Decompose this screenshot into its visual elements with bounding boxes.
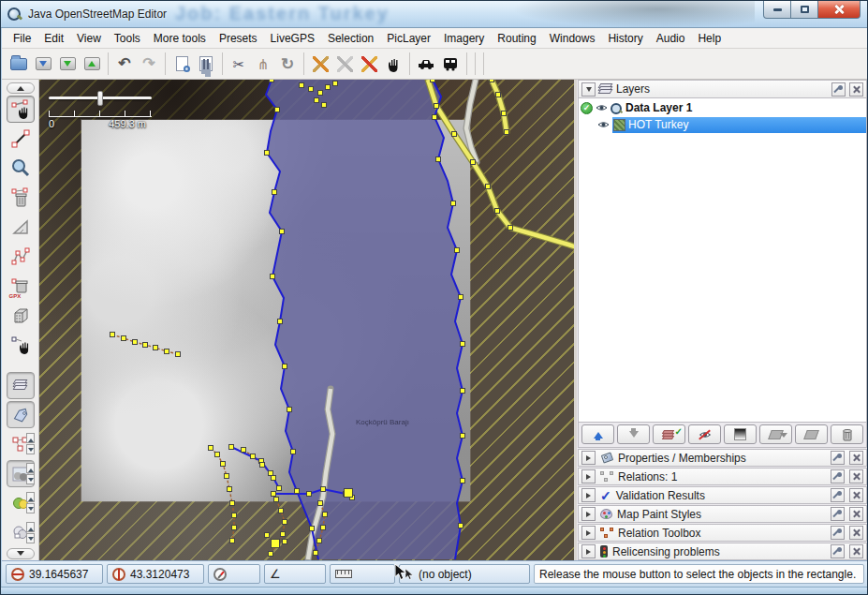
map-node[interactable] [281, 532, 286, 537]
menu-edit[interactable]: Edit [37, 29, 70, 48]
properties-close-button[interactable] [849, 451, 863, 465]
map-node[interactable] [176, 352, 181, 357]
map-node[interactable] [269, 471, 273, 476]
menu-tools[interactable]: Tools [108, 29, 147, 48]
relation-toolbox-toggle-button[interactable] [7, 519, 35, 546]
split-way-button[interactable]: ✂ [227, 52, 251, 76]
external-tool-2-button[interactable] [332, 52, 357, 76]
menu-presets[interactable]: Presets [213, 29, 264, 48]
map-node[interactable] [318, 91, 323, 96]
mappaint-panel-header[interactable]: Map Paint Styles [578, 505, 867, 523]
tags-toggle-button[interactable] [7, 401, 35, 428]
map-node[interactable] [436, 157, 441, 162]
menu-audio[interactable]: Audio [650, 29, 692, 48]
tools-scroll-down-button[interactable] [7, 548, 35, 559]
map-node[interactable] [221, 462, 226, 467]
relicensing-panel-header[interactable]: Relicensing problems [578, 543, 867, 560]
menu-more-tools[interactable]: More tools [147, 29, 213, 48]
draw-tool-button[interactable] [7, 125, 35, 152]
map-node[interactable] [274, 498, 279, 502]
relations-close-button[interactable] [849, 469, 863, 483]
layer-row-hot-turkey[interactable]: HOT Turkey [579, 116, 866, 133]
map-node[interactable] [272, 476, 276, 481]
move-layer-up-button[interactable] [581, 424, 614, 444]
relation-toolbox-pin-button[interactable] [831, 526, 845, 540]
close-button[interactable] [818, 1, 861, 19]
map-node[interactable] [260, 463, 265, 468]
menu-routing[interactable]: Routing [491, 29, 542, 48]
map-node[interactable] [272, 540, 280, 548]
map-node[interactable] [495, 209, 500, 214]
map-node[interactable] [455, 248, 460, 253]
map-node[interactable] [269, 552, 273, 557]
relicensing-close-button[interactable] [849, 544, 863, 558]
external-tool-3-button[interactable] [357, 52, 381, 76]
map-node[interactable] [505, 130, 509, 135]
layers-collapse-button[interactable] [581, 82, 596, 97]
relicensing-expand-button[interactable] [581, 544, 596, 558]
map-node[interactable] [270, 80, 274, 82]
map-node[interactable] [317, 539, 322, 543]
external-tool-1-button[interactable] [308, 52, 332, 76]
layers-pin-button[interactable] [831, 82, 846, 97]
map-node[interactable] [314, 551, 318, 556]
improve-accuracy-tool-button[interactable] [7, 243, 35, 270]
map-node[interactable] [461, 342, 465, 347]
move-layer-down-button[interactable] [617, 424, 650, 444]
map-node[interactable] [277, 486, 282, 491]
update-data-button[interactable]: ↻ [275, 52, 300, 76]
title-bar[interactable]: Job: Eastern Turkey Java OpenStreetMap E… [1, 1, 867, 28]
relations-pin-button[interactable] [831, 469, 845, 483]
extrude-tool-button[interactable] [7, 331, 35, 358]
map-node[interactable] [228, 487, 232, 492]
properties-panel-header[interactable]: Properties / Memberships [578, 449, 867, 467]
save-button[interactable] [31, 52, 55, 76]
map-node[interactable] [275, 108, 280, 112]
map-node[interactable] [143, 343, 148, 348]
map-node[interactable] [431, 80, 435, 82]
map-node[interactable] [280, 230, 285, 234]
map-node[interactable] [461, 479, 465, 483]
tools-scroll-up-button[interactable] [7, 82, 35, 94]
map-node[interactable] [229, 445, 234, 450]
select-tool-button[interactable] [7, 96, 35, 123]
validation-toggle-button[interactable] [7, 460, 35, 487]
relation-toolbox-panel-header[interactable]: Relation Toolbox [578, 524, 867, 542]
validation-close-button[interactable] [849, 488, 863, 502]
delete-layer-button[interactable] [831, 424, 863, 444]
map-zoom-slider[interactable] [49, 91, 152, 106]
panel-spinner[interactable] [26, 492, 35, 513]
undo-button[interactable]: ↶ [112, 52, 137, 76]
selected-layer-highlight[interactable]: HOT Turkey [612, 117, 866, 133]
map-node[interactable] [295, 489, 300, 494]
map-node[interactable] [315, 98, 319, 103]
map-node[interactable] [496, 93, 501, 97]
combine-way-button[interactable]: ⋔ [251, 52, 275, 76]
map-node[interactable] [265, 533, 270, 538]
properties-expand-button[interactable] [581, 451, 596, 465]
relation-toolbox-expand-button[interactable] [581, 526, 596, 540]
zoom-tool-button[interactable] [7, 155, 35, 182]
menu-view[interactable]: View [70, 29, 108, 48]
menu-history[interactable]: History [601, 29, 649, 48]
map-node[interactable] [318, 501, 323, 506]
redo-button[interactable]: ↷ [137, 52, 161, 76]
map-node[interactable] [321, 526, 326, 530]
map-node[interactable] [459, 295, 463, 300]
map-node[interactable] [165, 350, 169, 354]
map-node[interactable] [323, 513, 328, 517]
validation-panel-header[interactable]: ✓ Validation Results [578, 486, 867, 504]
menu-piclayer[interactable]: PicLayer [380, 29, 437, 48]
menu-livegps[interactable]: LiveGPS [264, 29, 321, 48]
map-node[interactable] [225, 474, 229, 479]
panel-spinner[interactable] [26, 463, 35, 484]
bus-navigation-button[interactable] [438, 52, 463, 76]
open-button[interactable] [7, 52, 31, 76]
merge-layer-button[interactable] [795, 424, 828, 444]
map-node[interactable] [300, 83, 304, 88]
relation-toolbox-close-button[interactable] [849, 526, 863, 540]
layers-close-button[interactable] [849, 82, 863, 97]
map-node[interactable] [461, 389, 465, 394]
map-node[interactable] [326, 85, 331, 90]
layers-toggle-button[interactable] [7, 372, 35, 399]
